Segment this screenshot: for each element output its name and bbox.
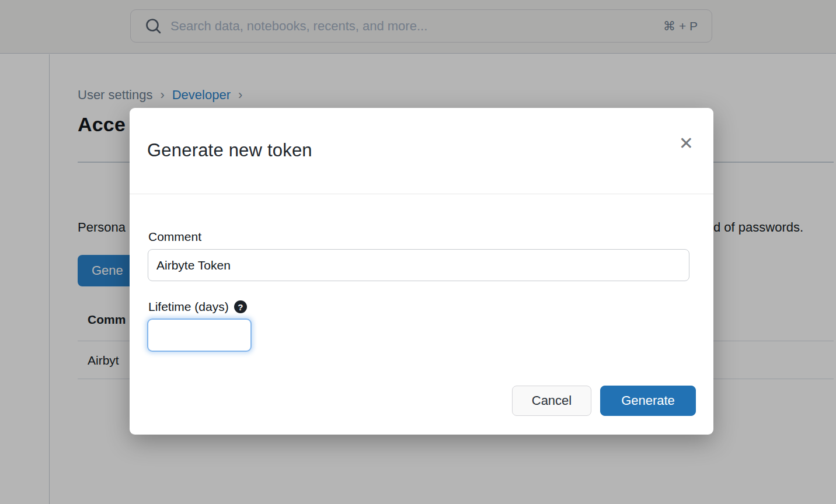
lifetime-label-text: Lifetime (days) xyxy=(148,300,229,314)
dialog-title: Generate new token xyxy=(147,140,312,161)
generate-button[interactable]: Generate xyxy=(600,386,696,416)
comment-field-label: Comment xyxy=(148,230,201,244)
cancel-button[interactable]: Cancel xyxy=(512,386,591,416)
dialog-header: Generate new token ✕ xyxy=(130,108,713,194)
lifetime-days-input[interactable] xyxy=(147,318,252,352)
lifetime-field-label: Lifetime (days) ? xyxy=(148,300,247,314)
close-icon[interactable]: ✕ xyxy=(679,135,694,152)
help-icon[interactable]: ? xyxy=(234,300,247,313)
generate-new-token-dialog: Generate new token ✕ Comment Lifetime (d… xyxy=(130,108,713,435)
comment-input[interactable] xyxy=(148,249,689,281)
